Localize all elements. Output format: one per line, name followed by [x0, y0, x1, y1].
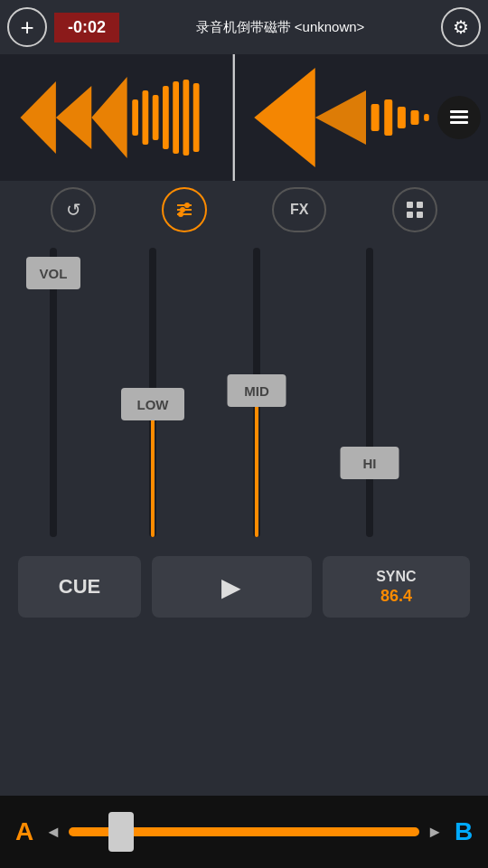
svg-rect-29	[407, 212, 413, 218]
controls-row: ↺ FX	[0, 181, 488, 239]
low-slider-fill	[151, 410, 155, 537]
svg-marker-2	[91, 77, 127, 158]
vol-label: VOL	[40, 266, 68, 281]
hi-slider-container: HI	[366, 248, 373, 537]
crossfader-label-b: B	[450, 817, 477, 846]
cue-label: CUE	[59, 575, 100, 598]
mid-slider-fill	[255, 397, 258, 537]
svg-marker-11	[254, 68, 315, 167]
vol-slider[interactable]: VOL	[50, 248, 57, 537]
svg-rect-28	[417, 202, 423, 208]
grid-button[interactable]	[392, 187, 437, 232]
track-info: 录音机倒带磁带 <unknown>	[127, 19, 434, 36]
sync-bpm: 86.4	[380, 587, 412, 606]
svg-marker-0	[21, 81, 56, 154]
svg-rect-4	[143, 90, 149, 145]
eq-button[interactable]	[162, 187, 207, 232]
hi-label: HI	[363, 456, 377, 471]
svg-marker-12	[315, 90, 366, 145]
grid-icon	[404, 199, 426, 221]
svg-rect-13	[371, 104, 380, 131]
svg-rect-20	[450, 121, 468, 124]
add-button[interactable]: +	[7, 7, 47, 47]
time-display: -0:02	[54, 13, 119, 42]
fx-button[interactable]: FX	[272, 187, 326, 232]
svg-rect-27	[407, 202, 413, 208]
loop-button[interactable]: ↺	[51, 187, 96, 232]
crossfader-label-a: A	[11, 817, 38, 846]
cue-button[interactable]: CUE	[18, 556, 141, 618]
mid-slider[interactable]: MID	[253, 248, 260, 537]
fx-label: FX	[290, 202, 308, 218]
svg-rect-16	[411, 110, 419, 125]
settings-icon: ⚙	[453, 16, 469, 38]
loop-icon: ↺	[66, 199, 81, 221]
svg-point-25	[184, 203, 190, 208]
crossfader-thumb[interactable]	[108, 812, 134, 852]
play-icon: ▶	[221, 572, 241, 602]
mid-slider-container: MID	[253, 248, 260, 537]
mixer-area: VOL LOW MID HI	[0, 239, 488, 627]
low-label: LOW	[137, 397, 169, 412]
svg-rect-3	[132, 99, 138, 136]
crossfader-area: A ◄ ► B	[0, 796, 488, 868]
svg-rect-15	[398, 107, 406, 128]
svg-rect-6	[163, 86, 169, 149]
svg-rect-17	[424, 114, 429, 121]
svg-rect-8	[183, 80, 190, 156]
bottom-buttons: CUE ▶ SYNC 86.4	[0, 546, 488, 627]
low-slider-container: LOW	[149, 248, 156, 537]
svg-marker-1	[56, 86, 91, 149]
waveform-menu-button[interactable]	[437, 96, 481, 139]
sync-label: SYNC	[376, 569, 416, 585]
bars-icon	[446, 105, 472, 130]
arrow-right-icon: ►	[427, 823, 443, 842]
arrow-left-icon: ◄	[45, 823, 61, 842]
low-slider[interactable]: LOW	[149, 248, 156, 537]
svg-rect-9	[193, 83, 200, 152]
settings-button[interactable]: ⚙	[441, 7, 481, 47]
waveform-svg	[0, 54, 488, 181]
svg-rect-7	[173, 81, 179, 154]
crossfader-track[interactable]	[69, 827, 419, 836]
svg-point-26	[178, 212, 183, 217]
svg-rect-14	[384, 99, 392, 136]
svg-rect-5	[153, 95, 159, 140]
waveform-container[interactable]	[0, 54, 488, 181]
header: + -0:02 录音机倒带磁带 <unknown> ⚙	[0, 0, 488, 54]
vol-slider-container: VOL	[50, 248, 57, 537]
svg-rect-19	[450, 116, 468, 118]
hi-slider[interactable]: HI	[366, 248, 373, 537]
sync-button[interactable]: SYNC 86.4	[323, 556, 470, 618]
play-button[interactable]: ▶	[152, 556, 312, 618]
plus-icon: +	[20, 14, 33, 42]
eq-icon	[174, 199, 195, 221]
svg-rect-18	[450, 110, 468, 113]
svg-rect-30	[417, 212, 423, 218]
mid-label: MID	[244, 383, 269, 399]
